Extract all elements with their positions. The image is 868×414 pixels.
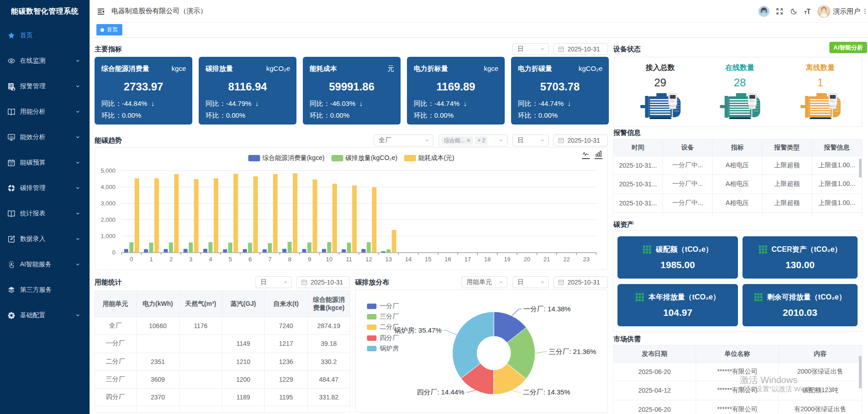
bar-0-4 [203, 249, 207, 253]
svg-text:2: 2 [169, 256, 172, 263]
user-name[interactable]: 演示用户 [833, 7, 860, 16]
table-row[interactable]: 二分厂235112101236330.2 [95, 353, 350, 371]
table-cell: 1229 [265, 371, 308, 389]
chevron-down-icon [540, 138, 545, 143]
wheel-icon [7, 184, 15, 192]
table-cell [180, 371, 223, 389]
trend-period-select[interactable]: 日 [512, 135, 549, 146]
moon-icon[interactable] [790, 8, 798, 15]
distribution-unit-select[interactable]: 用能单元 [462, 276, 507, 288]
fullscreen-icon[interactable] [776, 8, 783, 15]
kpi-name: 电力折标量 [414, 65, 448, 73]
calendar-icon [558, 46, 564, 52]
sidebar-item-1[interactable]: 首页 [0, 23, 90, 48]
svg-text:19: 19 [504, 256, 510, 263]
chevron-down-icon [499, 280, 503, 284]
energy-period-select[interactable]: 日 [256, 276, 292, 288]
sidebar-item-label: 第三方服务 [20, 286, 52, 294]
table-header-row: 发布日期单位名称内容 [613, 345, 862, 363]
bar-2-9 [313, 180, 317, 253]
kpi-card-header: 碳排放量kgCO₂e [199, 57, 296, 73]
table-cell: 1200 [222, 371, 265, 389]
bar-2-1 [155, 178, 159, 252]
distribution-donut-chart: 一分厂: 14.38%三分厂: 21.36%二分厂: 14.35%四分厂: 14… [355, 289, 608, 413]
table-cell: 四分厂 [95, 389, 137, 406]
table-row[interactable] [95, 406, 350, 413]
table-row[interactable]: 2025-06-20******有限公司有2000张绿证出售 [613, 400, 862, 414]
tag-close-icon[interactable]: ✕ [467, 138, 471, 144]
sidebar-item-4[interactable]: 用能分析 [0, 99, 90, 125]
kpi-date-picker[interactable]: 2025-10-31 [553, 43, 608, 55]
table-cell: 2370 [137, 389, 180, 406]
control-value: 2025-10-31 [311, 279, 343, 286]
trend-date-picker[interactable]: 2025-10-31 [553, 135, 608, 146]
market-scrollbar[interactable] [859, 356, 862, 389]
table-row[interactable]: 2025-04-12******有限公司碳配额123吨 [613, 381, 862, 400]
more-dots-icon[interactable] [862, 8, 868, 15]
sidebar-item-2[interactable]: 在线监测 [0, 48, 90, 74]
text-size-icon[interactable] [803, 8, 811, 15]
trend-section-title: 能碳趋势 [95, 136, 122, 145]
table-row[interactable]: 2025-10-31...一分厂中...A相电压上限超额上限值1.00... [613, 194, 862, 213]
svg-text:8: 8 [288, 256, 291, 263]
distribution-period-select[interactable]: 日 [512, 276, 549, 288]
table-cell: 上限超额 [763, 156, 812, 175]
kpi-period-select[interactable]: 日 [512, 43, 549, 55]
table-row[interactable]: 2025-06-20******有限公司2000张绿证出售 [613, 363, 862, 381]
touch-icon [7, 260, 15, 269]
sidebar-item-8[interactable]: 统计报表 [0, 201, 90, 226]
table-cell: A相电压 [712, 213, 762, 217]
sidebar-item-12[interactable]: 基础配置 [0, 303, 90, 328]
table-header-row: 时间设备指标报警类型报警信息 [613, 140, 862, 156]
sidebar-item-6[interactable]: 能碳预算 [0, 150, 90, 175]
table-row[interactable]: 一分厂1149121739.18 [95, 335, 350, 353]
table-row[interactable]: 2025-10-31...一分厂中...A相电压上限超额上限值1.00... [613, 213, 862, 217]
carbon-card-2: CCER资产（tCO₂e）130.00 [743, 236, 858, 279]
metric-more-tag[interactable]: + 2 [475, 136, 487, 145]
sidebar-item-7[interactable]: 碳排管理 [0, 175, 90, 201]
tab-dot [100, 28, 104, 32]
control-value: 日 [256, 278, 267, 286]
sidebar-item-3[interactable]: 报警管理 [0, 74, 90, 99]
device-stat-label: 离线数量 [784, 63, 857, 73]
table-row[interactable]: 全厂10660117672402874.19 [95, 317, 350, 335]
sidebar-item-11[interactable]: 第三方服务 [0, 277, 90, 303]
table-row[interactable]: 三分厂360912001229484.47 [95, 371, 350, 389]
tab-home[interactable]: 首页 [96, 24, 122, 35]
trend-metric-select[interactable]: 综合能...✕ + 2 [439, 135, 507, 146]
sidebar-item-9[interactable]: 数据录入 [0, 226, 90, 252]
donut-slice-锅炉房[interactable] [452, 312, 494, 379]
sidebar-item-5[interactable]: 能效分析 [0, 125, 90, 150]
svg-text:1,000: 1,000 [100, 233, 115, 239]
bar-0-10 [322, 249, 326, 253]
energy-date-picker[interactable]: 2025-10-31 [296, 276, 350, 288]
sidebar-item-label: 报警管理 [20, 82, 45, 90]
sidebar-item-10[interactable]: AI智能服务 [0, 252, 90, 277]
sidebar: 能碳数智化管理系统 首页在线监测报警管理用能分析能效分析能碳预算碳排管理统计报表… [0, 0, 90, 414]
table-cell: 10660 [137, 317, 180, 335]
table-header-row: 用能单元电力(kWh)天然气(m³)蒸汽(GJ)自来水(t)综合能源消 费量(k… [95, 291, 350, 317]
svg-text:16: 16 [445, 256, 451, 263]
kpi-value: 59991.86 [303, 80, 401, 93]
alarm-scrollbar[interactable] [859, 159, 862, 178]
assistant-avatar[interactable] [758, 6, 769, 17]
table-row[interactable]: 2025-10-31...一分厂中...A相电压上限超额上限值1.00... [613, 175, 862, 194]
distribution-date-picker[interactable]: 2025-10-31 [553, 276, 608, 288]
user-avatar[interactable] [818, 5, 830, 18]
table-cell: 330.2 [308, 353, 350, 371]
table-row[interactable]: 四分厂237011891195331.82 [95, 389, 350, 406]
table-cell: 2025-06-20 [613, 363, 696, 381]
metric-tag[interactable]: 综合能...✕ [442, 136, 473, 145]
control-value: 2025-10-31 [567, 45, 600, 53]
column-header: 电力(kWh) [137, 291, 180, 317]
table-cell [180, 353, 223, 371]
kpi-yoy: 同比：-44.79% ↓ [206, 100, 296, 108]
trend-unit-select[interactable]: 全厂 [374, 135, 433, 146]
ai-analysis-button[interactable]: AI智能分析 [829, 42, 867, 53]
svg-text:14: 14 [405, 256, 411, 263]
table-row[interactable]: 2025-10-31...一分厂中...A相电压上限超额上限值1.00... [613, 156, 862, 175]
svg-text:18: 18 [484, 256, 491, 263]
bar-1-5 [228, 243, 232, 253]
table-cell: 一分厂中... [663, 175, 712, 194]
calendar-icon [558, 279, 564, 285]
